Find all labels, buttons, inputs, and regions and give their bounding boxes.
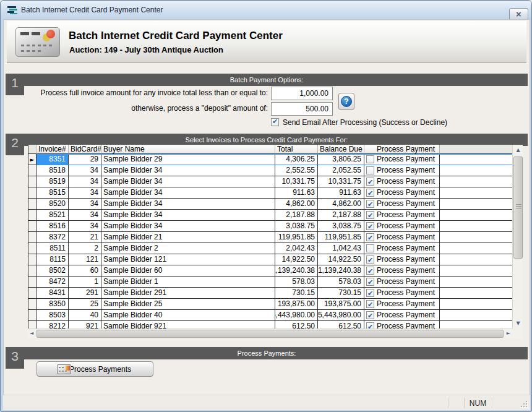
process-payment-checkbox[interactable]: ✔	[366, 244, 374, 252]
table-row[interactable]: 8372 21 Sample Bidder 21 119,951.85 119,…	[28, 232, 512, 243]
cell-invoice[interactable]: 8516	[36, 221, 69, 232]
table-row[interactable]: 8511 2 Sample Bidder 2 2,042.43 1,042.43…	[28, 243, 512, 254]
cell-balance-due[interactable]: 911.63	[318, 187, 364, 199]
cell-balance-due[interactable]: 3,038.75	[318, 221, 364, 232]
cell-buyer-name[interactable]: Sample Bidder 121	[101, 254, 275, 265]
row-selector-cell[interactable]	[28, 243, 36, 254]
cell-invoice[interactable]: 8502	[36, 265, 69, 277]
cell-bidcard[interactable]: 2	[69, 243, 101, 254]
cell-bidcard[interactable]: 1	[69, 277, 101, 288]
cell-invoice[interactable]: 8520	[36, 199, 69, 210]
process-payment-checkbox[interactable]: ✔	[366, 233, 374, 241]
cell-invoice[interactable]: 8519	[36, 176, 69, 187]
header-process-payment[interactable]: Process Payment	[364, 145, 440, 154]
cell-buyer-name[interactable]: Sample Bidder 25	[101, 299, 275, 310]
cell-process-payment[interactable]: ✔ Process Payment	[364, 221, 440, 232]
cell-process-payment[interactable]: ✔ Process Payment	[364, 265, 440, 277]
table-row[interactable]: 8502 60 Sample Bidder 60 1,139,240.38 1,…	[28, 265, 512, 277]
vertical-scrollbar[interactable]: ▲ ▼	[512, 145, 523, 328]
process-payment-checkbox[interactable]: ✔	[366, 289, 374, 297]
cell-balance-due[interactable]: 3,806.25	[318, 154, 364, 165]
cell-balance-due[interactable]: 1,139,240.38	[318, 265, 364, 277]
help-button[interactable]: ?	[338, 93, 354, 110]
cell-total[interactable]: 4,862.00	[275, 199, 318, 210]
cell-total[interactable]: 2,042.43	[275, 243, 318, 254]
table-row[interactable]: ► 8351 29 Sample Bidder 29 4,306.25 3,80…	[28, 154, 512, 165]
process-payment-checkbox[interactable]: ✔	[366, 278, 374, 286]
scroll-left-icon[interactable]: ◄	[30, 330, 33, 336]
row-selector-cell[interactable]	[28, 165, 36, 176]
cell-bidcard[interactable]: 34	[69, 221, 101, 232]
table-row[interactable]: 8520 34 Sample Bidder 34 4,862.00 4,862.…	[28, 199, 512, 210]
cell-process-payment[interactable]: ✔ Process Payment	[364, 277, 440, 288]
cell-process-payment[interactable]: ✔ Process Payment	[364, 210, 440, 221]
cell-invoice[interactable]: 8515	[36, 187, 69, 199]
table-row[interactable]: 8521 34 Sample Bidder 34 2,187.88 2,187.…	[28, 210, 512, 221]
row-selector-cell[interactable]	[28, 187, 36, 199]
cell-balance-due[interactable]: 193,875.00	[318, 299, 364, 310]
table-row[interactable]: 8503 40 Sample Bidder 40 5,443,980.00 5,…	[28, 310, 512, 321]
cell-total[interactable]: 1,139,240.38	[275, 265, 318, 277]
cell-balance-due[interactable]: 612.50	[318, 321, 364, 328]
header-invoice[interactable]: Invoice#	[36, 145, 69, 154]
row-selector-cell[interactable]	[28, 176, 36, 187]
row-selector-cell[interactable]	[28, 277, 36, 288]
table-row[interactable]: 8516 34 Sample Bidder 34 3,038.75 3,038.…	[28, 221, 512, 232]
cell-buyer-name[interactable]: Sample Bidder 34	[101, 210, 275, 221]
cell-buyer-name[interactable]: Sample Bidder 60	[101, 265, 275, 277]
row-selector-cell[interactable]	[28, 221, 36, 232]
cell-balance-due[interactable]: 14,922.50	[318, 254, 364, 265]
table-row[interactable]: 8518 34 Sample Bidder 34 2,552.55 2,052.…	[28, 165, 512, 176]
scroll-down-icon[interactable]: ▼	[513, 320, 523, 326]
cell-invoice[interactable]: 8472	[36, 277, 69, 288]
table-row[interactable]: 8472 1 Sample Bidder 1 578.03 578.03 ✔ P…	[28, 277, 512, 288]
cell-balance-due[interactable]: 4,862.00	[318, 199, 364, 210]
cell-process-payment[interactable]: ✔ Process Payment	[364, 232, 440, 243]
scroll-up-icon[interactable]: ▲	[513, 147, 523, 153]
cell-invoice[interactable]: 8518	[36, 165, 69, 176]
cell-invoice[interactable]: 8521	[36, 210, 69, 221]
process-payment-checkbox[interactable]: ✔	[366, 255, 374, 264]
cell-total[interactable]: 3,038.75	[275, 221, 318, 232]
cell-buyer-name[interactable]: Sample Bidder 21	[101, 232, 275, 243]
cell-balance-due[interactable]: 2,052.55	[318, 165, 364, 176]
process-payment-checkbox[interactable]: ✔	[366, 200, 374, 208]
cell-total[interactable]: 14,922.50	[275, 254, 318, 265]
cell-buyer-name[interactable]: Sample Bidder 40	[101, 310, 275, 321]
cell-process-payment[interactable]: ✔ Process Payment	[364, 154, 440, 165]
cell-total[interactable]: 2,187.88	[275, 210, 318, 221]
cell-balance-due[interactable]: 2,187.88	[318, 210, 364, 221]
cell-total[interactable]: 612.50	[275, 321, 318, 328]
cell-process-payment[interactable]: ✔ Process Payment	[364, 321, 440, 328]
process-payment-checkbox[interactable]: ✔	[366, 166, 374, 174]
cell-buyer-name[interactable]: Sample Bidder 29	[101, 154, 275, 165]
cell-process-payment[interactable]: ✔ Process Payment	[364, 176, 440, 187]
cell-total[interactable]: 730.15	[275, 288, 318, 299]
row-selector-cell[interactable]	[28, 210, 36, 221]
cell-buyer-name[interactable]: Sample Bidder 1	[101, 277, 275, 288]
header-balance-due[interactable]: Balance Due	[318, 145, 364, 154]
process-payment-checkbox[interactable]: ✔	[366, 300, 374, 308]
cell-process-payment[interactable]: ✔ Process Payment	[364, 299, 440, 310]
process-payments-button[interactable]: Process Payments	[36, 361, 153, 377]
cell-process-payment[interactable]: ✔ Process Payment	[364, 254, 440, 265]
row-selector-cell[interactable]	[28, 299, 36, 310]
cell-process-payment[interactable]: ✔ Process Payment	[364, 243, 440, 254]
cell-balance-due[interactable]: 730.15	[318, 288, 364, 299]
table-row[interactable]: 8350 25 Sample Bidder 25 193,875.00 193,…	[28, 299, 512, 310]
cell-buyer-name[interactable]: Sample Bidder 34	[101, 187, 275, 199]
header-buyer-name[interactable]: Buyer Name	[101, 145, 275, 154]
cell-bidcard[interactable]: 34	[69, 210, 101, 221]
cell-balance-due[interactable]: 5,443,980.00	[318, 310, 364, 321]
process-payment-checkbox[interactable]: ✔	[366, 178, 374, 186]
cell-bidcard[interactable]: 60	[69, 265, 101, 277]
process-payment-checkbox[interactable]: ✔	[366, 189, 374, 197]
cell-total[interactable]: 578.03	[275, 277, 318, 288]
row-selector-cell[interactable]	[28, 321, 36, 328]
table-row[interactable]: 8212 921 Sample Bidder 921 612.50 612.50…	[28, 321, 512, 328]
cell-buyer-name[interactable]: Sample Bidder 2	[101, 243, 275, 254]
cell-buyer-name[interactable]: Sample Bidder 291	[101, 288, 275, 299]
table-row[interactable]: 8519 34 Sample Bidder 34 10,331.75 10,33…	[28, 176, 512, 187]
table-row[interactable]: 8115 121 Sample Bidder 121 14,922.50 14,…	[28, 254, 512, 265]
cell-invoice[interactable]: 8351	[36, 154, 69, 165]
